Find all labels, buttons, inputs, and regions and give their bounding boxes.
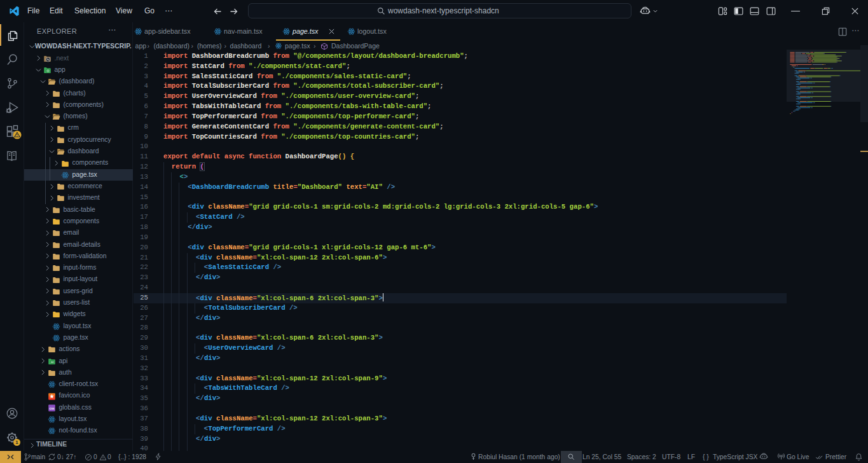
svg-text:css: css — [49, 406, 54, 410]
